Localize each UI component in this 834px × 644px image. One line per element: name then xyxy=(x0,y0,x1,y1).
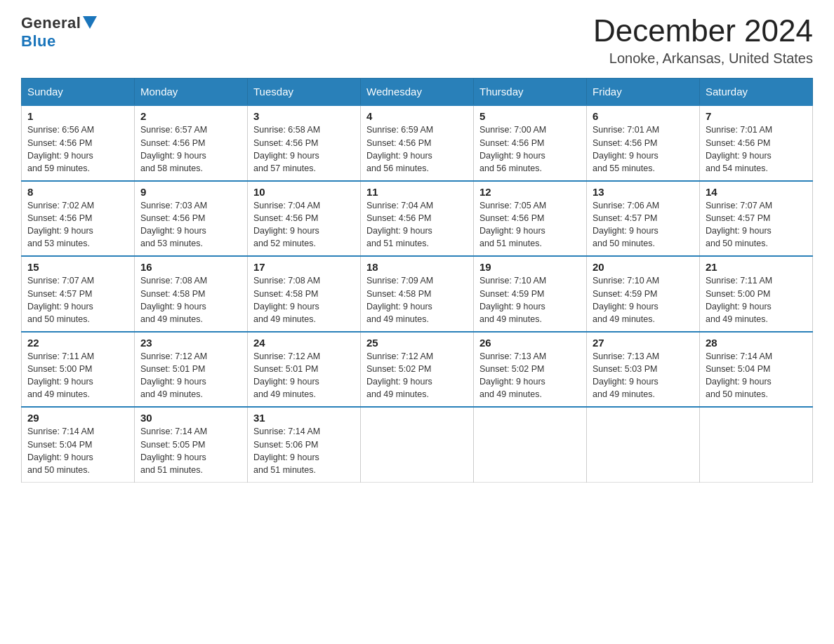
day-info: Sunrise: 7:12 AM Sunset: 5:01 PM Dayligh… xyxy=(140,350,241,401)
day-info: Sunrise: 7:13 AM Sunset: 5:03 PM Dayligh… xyxy=(593,350,694,401)
calendar-cell: 1Sunrise: 6:56 AM Sunset: 4:56 PM Daylig… xyxy=(22,105,135,181)
weekday-header-monday: Monday xyxy=(135,79,248,106)
day-info: Sunrise: 7:09 AM Sunset: 4:58 PM Dayligh… xyxy=(366,274,468,326)
logo-general-text: General xyxy=(21,14,81,32)
day-info: Sunrise: 7:08 AM Sunset: 4:58 PM Dayligh… xyxy=(140,274,241,326)
day-number: 11 xyxy=(366,186,468,198)
day-info: Sunrise: 7:13 AM Sunset: 5:02 PM Dayligh… xyxy=(479,350,581,401)
day-number: 2 xyxy=(140,110,241,122)
calendar-cell: 18Sunrise: 7:09 AM Sunset: 4:58 PM Dayli… xyxy=(361,256,474,332)
day-number: 22 xyxy=(27,337,128,349)
day-info: Sunrise: 7:08 AM Sunset: 4:58 PM Dayligh… xyxy=(253,274,355,326)
logo-blue-text: Blue xyxy=(21,32,56,51)
day-number: 21 xyxy=(706,261,807,273)
day-number: 26 xyxy=(479,337,581,349)
calendar-cell: 7Sunrise: 7:01 AM Sunset: 4:56 PM Daylig… xyxy=(700,105,813,181)
calendar-cell: 15Sunrise: 7:07 AM Sunset: 4:57 PM Dayli… xyxy=(22,256,135,332)
calendar-cell: 28Sunrise: 7:14 AM Sunset: 5:04 PM Dayli… xyxy=(700,332,813,408)
day-info: Sunrise: 6:56 AM Sunset: 4:56 PM Dayligh… xyxy=(27,123,128,175)
calendar-cell: 25Sunrise: 7:12 AM Sunset: 5:02 PM Dayli… xyxy=(361,332,474,408)
calendar-week-row: 22Sunrise: 7:11 AM Sunset: 5:00 PM Dayli… xyxy=(22,332,813,408)
day-info: Sunrise: 7:14 AM Sunset: 5:04 PM Dayligh… xyxy=(27,425,128,476)
day-number: 20 xyxy=(593,261,694,273)
calendar-cell: 21Sunrise: 7:11 AM Sunset: 5:00 PM Dayli… xyxy=(700,256,813,332)
calendar-cell: 23Sunrise: 7:12 AM Sunset: 5:01 PM Dayli… xyxy=(135,332,248,408)
weekday-header-thursday: Thursday xyxy=(474,79,587,106)
day-number: 29 xyxy=(27,412,128,424)
day-number: 12 xyxy=(479,186,581,198)
day-info: Sunrise: 7:04 AM Sunset: 4:56 PM Dayligh… xyxy=(253,199,355,250)
day-number: 17 xyxy=(253,261,355,273)
day-info: Sunrise: 6:58 AM Sunset: 4:56 PM Dayligh… xyxy=(253,123,355,175)
page-header: General Blue December 2024 Lonoke, Arkan… xyxy=(21,14,813,67)
day-number: 3 xyxy=(253,110,355,122)
day-info: Sunrise: 7:01 AM Sunset: 4:56 PM Dayligh… xyxy=(593,123,694,175)
calendar-table: SundayMondayTuesdayWednesdayThursdayFrid… xyxy=(21,78,813,483)
day-number: 8 xyxy=(27,186,128,198)
day-number: 14 xyxy=(706,186,807,198)
logo: General Blue xyxy=(21,14,97,51)
calendar-cell: 5Sunrise: 7:00 AM Sunset: 4:56 PM Daylig… xyxy=(474,105,587,181)
day-number: 24 xyxy=(253,337,355,349)
calendar-cell: 9Sunrise: 7:03 AM Sunset: 4:56 PM Daylig… xyxy=(135,181,248,257)
day-info: Sunrise: 7:01 AM Sunset: 4:56 PM Dayligh… xyxy=(706,123,807,175)
day-info: Sunrise: 7:07 AM Sunset: 4:57 PM Dayligh… xyxy=(706,199,807,250)
day-number: 18 xyxy=(366,261,468,273)
calendar-cell: 17Sunrise: 7:08 AM Sunset: 4:58 PM Dayli… xyxy=(248,256,361,332)
day-number: 4 xyxy=(366,110,468,122)
calendar-cell: 2Sunrise: 6:57 AM Sunset: 4:56 PM Daylig… xyxy=(135,105,248,181)
day-info: Sunrise: 7:07 AM Sunset: 4:57 PM Dayligh… xyxy=(27,274,128,326)
calendar-week-row: 8Sunrise: 7:02 AM Sunset: 4:56 PM Daylig… xyxy=(22,181,813,257)
calendar-cell xyxy=(361,407,474,482)
calendar-cell: 11Sunrise: 7:04 AM Sunset: 4:56 PM Dayli… xyxy=(361,181,474,257)
calendar-cell: 30Sunrise: 7:14 AM Sunset: 5:05 PM Dayli… xyxy=(135,407,248,482)
day-number: 9 xyxy=(140,186,241,198)
day-number: 10 xyxy=(253,186,355,198)
day-info: Sunrise: 7:03 AM Sunset: 4:56 PM Dayligh… xyxy=(140,199,241,250)
calendar-cell xyxy=(587,407,700,482)
calendar-cell: 31Sunrise: 7:14 AM Sunset: 5:06 PM Dayli… xyxy=(248,407,361,482)
day-number: 19 xyxy=(479,261,581,273)
day-number: 31 xyxy=(253,412,355,424)
day-info: Sunrise: 7:04 AM Sunset: 4:56 PM Dayligh… xyxy=(366,199,468,250)
calendar-cell: 12Sunrise: 7:05 AM Sunset: 4:56 PM Dayli… xyxy=(474,181,587,257)
calendar-cell: 14Sunrise: 7:07 AM Sunset: 4:57 PM Dayli… xyxy=(700,181,813,257)
logo-triangle-icon xyxy=(83,16,97,29)
day-info: Sunrise: 6:59 AM Sunset: 4:56 PM Dayligh… xyxy=(366,123,468,175)
day-info: Sunrise: 6:57 AM Sunset: 4:56 PM Dayligh… xyxy=(140,123,241,175)
day-info: Sunrise: 7:14 AM Sunset: 5:05 PM Dayligh… xyxy=(140,425,241,476)
day-info: Sunrise: 7:02 AM Sunset: 4:56 PM Dayligh… xyxy=(27,199,128,250)
day-info: Sunrise: 7:12 AM Sunset: 5:02 PM Dayligh… xyxy=(366,350,468,401)
calendar-cell: 3Sunrise: 6:58 AM Sunset: 4:56 PM Daylig… xyxy=(248,105,361,181)
day-number: 16 xyxy=(140,261,241,273)
weekday-header-tuesday: Tuesday xyxy=(248,79,361,106)
day-number: 27 xyxy=(593,337,694,349)
day-number: 6 xyxy=(593,110,694,122)
calendar-cell: 26Sunrise: 7:13 AM Sunset: 5:02 PM Dayli… xyxy=(474,332,587,408)
title-section: December 2024 Lonoke, Arkansas, United S… xyxy=(593,14,813,67)
weekday-header-sunday: Sunday xyxy=(22,79,135,106)
weekday-header-wednesday: Wednesday xyxy=(361,79,474,106)
calendar-cell: 13Sunrise: 7:06 AM Sunset: 4:57 PM Dayli… xyxy=(587,181,700,257)
day-info: Sunrise: 7:14 AM Sunset: 5:06 PM Dayligh… xyxy=(253,425,355,476)
calendar-cell: 6Sunrise: 7:01 AM Sunset: 4:56 PM Daylig… xyxy=(587,105,700,181)
day-number: 1 xyxy=(27,110,128,122)
calendar-cell: 19Sunrise: 7:10 AM Sunset: 4:59 PM Dayli… xyxy=(474,256,587,332)
day-number: 13 xyxy=(593,186,694,198)
day-number: 5 xyxy=(479,110,581,122)
calendar-week-row: 29Sunrise: 7:14 AM Sunset: 5:04 PM Dayli… xyxy=(22,407,813,482)
day-info: Sunrise: 7:14 AM Sunset: 5:04 PM Dayligh… xyxy=(706,350,807,401)
day-info: Sunrise: 7:05 AM Sunset: 4:56 PM Dayligh… xyxy=(479,199,581,250)
calendar-body: 1Sunrise: 6:56 AM Sunset: 4:56 PM Daylig… xyxy=(22,105,813,482)
calendar-cell: 8Sunrise: 7:02 AM Sunset: 4:56 PM Daylig… xyxy=(22,181,135,257)
day-info: Sunrise: 7:06 AM Sunset: 4:57 PM Dayligh… xyxy=(593,199,694,250)
weekday-header-saturday: Saturday xyxy=(700,79,813,106)
day-number: 23 xyxy=(140,337,241,349)
calendar-cell xyxy=(700,407,813,482)
calendar-cell: 24Sunrise: 7:12 AM Sunset: 5:01 PM Dayli… xyxy=(248,332,361,408)
month-title: December 2024 xyxy=(593,14,813,48)
day-info: Sunrise: 7:12 AM Sunset: 5:01 PM Dayligh… xyxy=(253,350,355,401)
calendar-cell: 20Sunrise: 7:10 AM Sunset: 4:59 PM Dayli… xyxy=(587,256,700,332)
calendar-cell: 4Sunrise: 6:59 AM Sunset: 4:56 PM Daylig… xyxy=(361,105,474,181)
calendar-cell: 22Sunrise: 7:11 AM Sunset: 5:00 PM Dayli… xyxy=(22,332,135,408)
